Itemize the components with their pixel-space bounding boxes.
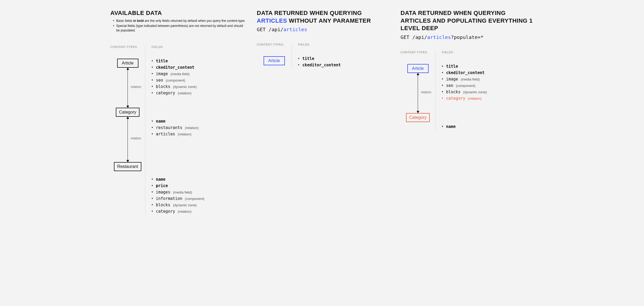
field-list: title ckeditor_content	[298, 56, 390, 67]
field-item: blocks(dynamic zone)	[442, 90, 534, 94]
field-item: images(media field)	[152, 190, 246, 195]
content-types-stack: Article	[257, 56, 292, 65]
content-type-box-category: Category	[406, 113, 430, 122]
field-item: category(relation)	[442, 96, 534, 101]
arrow-up-icon	[417, 73, 419, 75]
field-item: seo(component)	[152, 78, 246, 83]
connector-label: relation	[131, 85, 141, 89]
content-type-box-article: Article	[264, 56, 285, 65]
request-line: GET /api/articles?populate=*	[401, 34, 534, 40]
panel-title: DATA RETURNED WHEN QUERYING ARTICLES WIT…	[257, 9, 390, 25]
field-list: name price images(media field) informati…	[152, 177, 246, 214]
arrow-up-icon	[126, 67, 129, 70]
field-item: name	[152, 119, 246, 124]
field-item: name	[442, 124, 534, 129]
connector-label: relation	[131, 136, 141, 140]
col-head-content-types: CONTENT-TYPES	[401, 51, 435, 54]
field-list: name restaurants(relation) articles(rela…	[152, 119, 246, 136]
field-item: seo(component)	[442, 83, 534, 88]
content-types-stack: Article relation Category relation Resta…	[110, 59, 145, 171]
field-item: title	[442, 64, 534, 69]
panel-title: DATA RETURNED WHEN QUERYING ARTICLES AND…	[401, 9, 534, 32]
field-item: category(relation)	[152, 209, 246, 214]
subtitle-row: Special fields (type indicated between p…	[114, 24, 246, 33]
connector-label: relation	[421, 90, 431, 94]
fields-group-category: name	[442, 124, 534, 129]
fields-group-restaurant: name price images(media field) informati…	[152, 177, 246, 214]
field-item: information(component)	[152, 196, 246, 201]
fields-group-article: title ckeditor_content image(media field…	[152, 59, 246, 95]
content-types-stack: Article relation Category	[401, 64, 435, 122]
panel-subtitle-list: Basic fields in bold are the only fields…	[111, 19, 246, 33]
subtitle-row: Basic fields in bold are the only fields…	[114, 19, 246, 23]
panel-no-param: DATA RETURNED WHEN QUERYING ARTICLES WIT…	[257, 9, 390, 215]
panel-title: AVAILABLE DATA	[110, 9, 246, 17]
field-item: articles(relation)	[152, 132, 246, 136]
panel-columns: CONTENT-TYPES Article FIELDS title ckedi…	[257, 43, 390, 69]
fields-group-category: name restaurants(relation) articles(rela…	[152, 119, 246, 136]
content-type-box-article: Article	[407, 64, 429, 73]
field-item: ckeditor_content	[152, 65, 246, 70]
col-head-fields: FIELDS	[152, 45, 246, 49]
field-item: blocks(dynamic zone)	[152, 203, 246, 207]
panel-columns: CONTENT-TYPES Article relation Category …	[401, 51, 534, 131]
panel-available: AVAILABLE DATA Basic fields in bold are …	[110, 9, 246, 215]
content-type-box-restaurant: Restaurant	[114, 162, 141, 171]
arrow-down-icon	[417, 111, 419, 113]
fields-column: FIELDS title ckeditor_content	[292, 43, 390, 69]
field-item: title	[298, 56, 390, 61]
content-type-box-category: Category	[116, 108, 140, 117]
field-item: ckeditor_content	[442, 70, 534, 75]
arrow-down-icon	[126, 160, 129, 162]
relation-connector: relation	[128, 117, 128, 162]
fields-column: FIELDS title ckeditor_content image(medi…	[145, 45, 246, 215]
panel-populate: DATA RETURNED WHEN QUERYING ARTICLES AND…	[401, 9, 534, 215]
field-item: image(media field)	[442, 77, 534, 82]
content-types-column: CONTENT-TYPES Article	[257, 43, 292, 69]
field-list: title ckeditor_content image(media field…	[442, 64, 534, 101]
fields-column: FIELDS title ckeditor_content image(medi…	[435, 51, 534, 131]
col-head-content-types: CONTENT-TYPES	[110, 45, 145, 49]
col-head-fields: FIELDS	[442, 51, 534, 54]
panel-columns: CONTENT-TYPES Article relation Category …	[110, 45, 246, 215]
field-list: title ckeditor_content image(media field…	[152, 59, 246, 95]
field-item: restaurants(relation)	[152, 125, 246, 130]
fields-group-article: title ckeditor_content	[298, 56, 390, 67]
content-type-box-article: Article	[117, 59, 138, 68]
col-head-fields: FIELDS	[298, 43, 390, 46]
content-types-column: CONTENT-TYPES Article relation Category	[401, 51, 435, 131]
field-item: blocks(dynamic zone)	[152, 84, 246, 89]
relation-connector: relation	[418, 73, 418, 113]
field-list: name	[442, 124, 534, 129]
col-head-content-types: CONTENT-TYPES	[257, 43, 292, 46]
relation-connector: relation	[128, 68, 128, 108]
field-item: image(media field)	[152, 71, 246, 76]
field-item: price	[152, 183, 246, 188]
fields-group-article: title ckeditor_content image(media field…	[442, 64, 534, 101]
request-line: GET /api/articles	[257, 27, 390, 32]
field-item: ckeditor_content	[298, 63, 390, 67]
arrow-up-icon	[126, 116, 129, 119]
arrow-down-icon	[126, 106, 129, 108]
diagram-wrap: AVAILABLE DATA Basic fields in bold are …	[0, 9, 644, 215]
field-item: title	[152, 59, 246, 63]
field-item: category(relation)	[152, 91, 246, 95]
field-item: name	[152, 177, 246, 182]
content-types-column: CONTENT-TYPES Article relation Category …	[110, 45, 145, 215]
